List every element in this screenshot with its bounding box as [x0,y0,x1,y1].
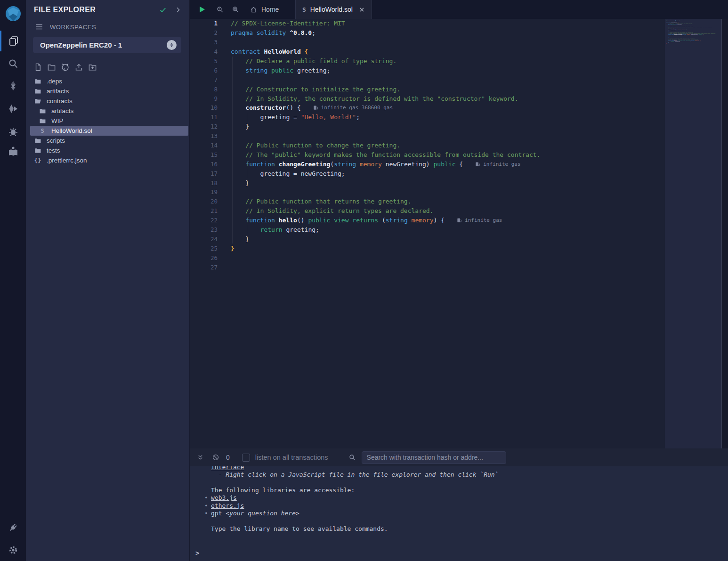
code-line-23[interactable]: 23 return greeting; [190,225,665,235]
code-line-2[interactable]: 2pragma solidity ^0.8.0; [190,28,665,38]
terminal-link[interactable]: interface [211,466,244,471]
terminal-output[interactable]: interface - Right click on a JavaScript … [190,466,728,561]
home-icon [250,6,257,13]
code-line-9[interactable]: 9 // In Solidity, the constructor is def… [190,94,665,103]
terminal-collapse-icon[interactable] [197,454,204,461]
indent-guide [232,141,233,150]
code-line-7[interactable]: 7 [190,75,665,84]
activity-plugin-manager[interactable] [0,517,26,538]
code-line-13[interactable]: 13 [190,131,665,141]
code-text: // In Solidity, the constructor is defin… [225,95,518,102]
activity-deploy-run[interactable] [0,98,26,119]
minimap[interactable]: // SPDX-License-Identifier: MITpragma so… [665,19,721,448]
activity-search[interactable] [0,53,26,74]
line-number: 8 [190,86,225,93]
tree-item--prettierrc-json[interactable]: {}.prettierrc.json [26,155,189,165]
code-line-25[interactable]: 25} [190,244,665,253]
line-number: 20 [190,198,225,205]
gas-estimate-text: infinite gas [483,161,520,167]
code-line-16[interactable]: 16 function changeGreeting(string memory… [190,159,665,169]
terminal-link[interactable]: ethers.js [211,502,244,509]
github-button[interactable] [61,63,70,72]
terminal-prompt[interactable]: > [195,549,199,557]
run-script-button[interactable] [198,5,206,14]
folder-icon [34,147,41,154]
indent-guide [232,197,233,206]
zoom-out-button[interactable] [216,6,224,13]
upload-folder-button[interactable] [88,63,97,72]
indent-guide [232,234,233,244]
close-tab-icon[interactable] [359,7,365,13]
workspace-select[interactable]: OpenZeppelin ERC20 - 1 [33,37,181,53]
tree-item-artifacts[interactable]: artifacts [26,86,189,96]
code-line-12[interactable]: 12 } [190,122,665,131]
tree-item-wip[interactable]: WIP [26,116,189,126]
code-line-15[interactable]: 15 // The "public" keyword makes the fun… [190,150,665,159]
code-text: function changeGreeting(string memory ne… [225,161,521,168]
code-line-20[interactable]: 20 // Public function that returns the g… [190,197,665,206]
bullet: • [204,502,208,509]
line-number: 21 [190,207,225,214]
code-line-19[interactable]: 19 [190,187,665,197]
upload-file-button[interactable] [74,63,83,72]
check-icon[interactable] [159,6,167,14]
code-line-10[interactable]: 10 constructor() {infinite gas 368600 ga… [190,103,665,113]
line-number: 15 [190,151,225,158]
workspace-selected-name: OpenZeppelin ERC20 - 1 [40,41,167,49]
code-line-21[interactable]: 21 // In Solidity, explicit return types… [190,206,665,216]
code-editor[interactable]: 1// SPDX-License-Identifier: MIT2pragma … [190,19,665,448]
new-folder-button[interactable] [47,63,56,72]
activity-learneth[interactable] [0,141,26,162]
terminal-line [190,517,728,525]
indent-guide [232,94,233,103]
code-line-22[interactable]: 22 function hello() public view returns … [190,216,665,225]
hamburger-icon[interactable] [35,23,43,31]
code-line-4[interactable]: 4contract HelloWorld { [190,47,665,57]
tab-home[interactable]: Home [243,0,285,19]
tree-item-artifacts[interactable]: artifacts [26,106,189,116]
main-area: HomeSHelloWorld.sol 1// SPDX-License-Ide… [190,0,728,561]
workspace-switch-icon[interactable] [167,40,177,50]
tree-item-scripts[interactable]: scripts [26,136,189,146]
activity-file-explorer[interactable] [0,31,26,51]
activity-debugger[interactable] [0,121,26,142]
code-line-6[interactable]: 6 string public greeting; [190,65,665,75]
code-text: constructor() {infinite gas 368600 gas [225,104,393,111]
code-line-11[interactable]: 11 greeting = "Hello, World!"; [190,113,665,122]
tree-item--deps[interactable]: .deps [26,76,189,86]
listen-on-transactions-checkbox[interactable] [242,454,250,462]
code-line-26[interactable]: 26 [190,253,665,262]
plugin-manager-icon [8,522,19,533]
code-line-8[interactable]: 8 // Constructor to initialize the greet… [190,84,665,94]
code-line-14[interactable]: 14 // Public function to change the gree… [190,141,665,150]
zoom-in-button[interactable] [232,6,239,13]
activity-settings[interactable] [0,540,26,561]
line-number: 7 [190,76,225,83]
bullet: • [204,494,208,501]
terminal-link[interactable]: web3.js [211,494,237,501]
code-line-24[interactable]: 24 } [190,234,665,244]
chevron-right-icon[interactable] [174,6,182,14]
tree-item-contracts[interactable]: contracts [26,96,189,106]
gas-estimate-badge: infinite gas 368600 gas [313,105,393,111]
line-number: 17 [190,170,225,177]
code-line-18[interactable]: 18 } [190,178,665,187]
code-text: } [225,236,249,243]
code-line-3[interactable]: 3 [190,38,665,47]
tab-helloworld-sol[interactable]: SHelloWorld.sol [295,0,372,19]
code-text: } [225,179,249,187]
code-line-17[interactable]: 17 greeting = newGreeting; [190,169,665,178]
activity-solidity-compiler[interactable] [0,75,26,96]
search-icon[interactable] [348,454,356,461]
tree-item-label: scripts [47,137,65,144]
settings-icon [8,545,19,556]
code-line-5[interactable]: 5 // Declare a public field of type stri… [190,57,665,66]
terminal-search-input[interactable] [362,451,506,464]
clear-console-icon[interactable] [212,454,219,461]
code-line-27[interactable]: 27 [190,262,665,272]
new-file-button[interactable] [33,63,42,72]
tree-item-tests[interactable]: tests [26,146,189,155]
tree-item-helloworld-sol[interactable]: SHelloWorld.sol [30,126,188,136]
activity-remix-logo[interactable] [0,4,26,24]
code-line-1[interactable]: 1// SPDX-License-Identifier: MIT [190,19,665,28]
